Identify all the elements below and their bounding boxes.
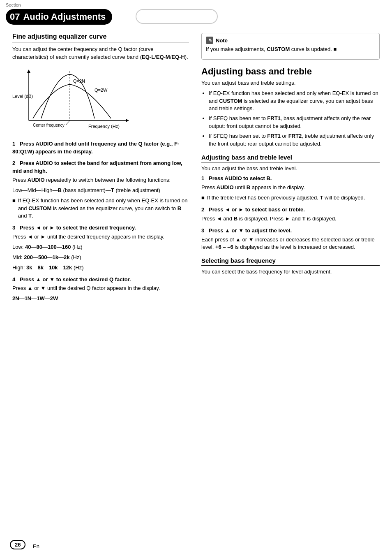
- svg-text:Level (dB): Level (dB): [12, 94, 33, 99]
- level-step-1-note-text: If the treble level has been previously …: [207, 194, 365, 202]
- step-2-body: Press AUDIO repeatedly to switch between…: [12, 176, 189, 184]
- step-3: 3 Press ◄ or ► to select the desired fre…: [12, 224, 189, 271]
- step-2-note-text: If EQ-EX function has been selected and …: [18, 197, 189, 220]
- level-step-1-note: ■ If the treble level has been previousl…: [201, 194, 380, 202]
- step-2: 2 Press AUDIO to select the band for adj…: [12, 160, 189, 220]
- step-4-title: 4 Press ▲ or ▼ to select the desired Q f…: [12, 276, 189, 284]
- step-3-mid: Mid: 200—500—1k—2k (Hz): [12, 254, 189, 262]
- step-4-values: 2N—1N—1W—2W: [12, 295, 189, 303]
- level-step-1-body: Press AUDIO until B appears in the displ…: [201, 184, 380, 192]
- fine-eq-section: Fine adjusting equalizer curve You can a…: [12, 33, 189, 303]
- bass-freq-heading: Selecting bass frequency: [201, 257, 380, 266]
- svg-text:Frequency (Hz): Frequency (Hz): [88, 124, 120, 129]
- note-body: If you make adjustments, CUSTOM curve is…: [206, 46, 375, 53]
- square-bullet-1: ■: [12, 197, 16, 220]
- level-step-3-title: 3 Press ▲ or ▼ to adjust the level.: [201, 227, 380, 235]
- step-3-body1: Press ◄ or ► until the desired frequency…: [12, 233, 189, 241]
- adj-bass-treble-section: Adjusting bass and treble You can adjust…: [201, 66, 380, 148]
- adj-bass-treble-heading: Adjusting bass and treble: [201, 66, 380, 77]
- bullet-item-3: If SFEQ has been set to FRT1 or FRT2, tr…: [209, 132, 380, 148]
- svg-text:Q=2N: Q=2N: [73, 79, 85, 83]
- section-title: Audio Adjustments: [23, 12, 106, 22]
- step-2-note: ■ If EQ-EX function has been selected an…: [12, 197, 189, 220]
- adj-bass-treble-list: If EQ-EX function has been selected and …: [201, 90, 380, 148]
- level-step-3-body: Each press of ▲ or ▼ increases or decrea…: [201, 236, 380, 252]
- step-4-body1: Press ▲ or ▼ until the desired Q factor …: [12, 285, 189, 292]
- square-bullet-2: ■: [201, 194, 205, 202]
- step-2-title: 2 Press AUDIO to select the band for adj…: [12, 160, 189, 175]
- left-column: Fine adjusting equalizer curve You can a…: [12, 33, 189, 307]
- step-1-title: 1 Press AUDIO and hold until frequency a…: [12, 140, 189, 156]
- page-number: 26: [10, 540, 25, 549]
- note-label: Note: [216, 37, 228, 44]
- step-4: 4 Press ▲ or ▼ to select the desired Q f…: [12, 276, 189, 303]
- svg-marker-2: [27, 70, 30, 73]
- step-3-low: Low: 40—80—100—160 (Hz): [12, 243, 189, 251]
- level-step-1: 1 Press AUDIO to select B. Press AUDIO u…: [201, 175, 380, 202]
- step-1: 1 Press AUDIO and hold until frequency a…: [12, 140, 189, 156]
- section-number: 07: [10, 12, 20, 22]
- step-3-high: High: 3k—8k—10k—12k (Hz): [12, 264, 189, 272]
- adj-level-heading: Adjusting bass and treble level: [201, 154, 380, 162]
- eq-graph: Level (dB) Frequency (Hz) Center frequen…: [12, 67, 136, 133]
- bass-freq-section: Selecting bass frequency You can select …: [201, 257, 380, 276]
- svg-marker-3: [126, 119, 129, 122]
- step-3-title: 3 Press ◄ or ► to select the desired fre…: [12, 224, 189, 232]
- svg-text:Q=2W: Q=2W: [95, 88, 108, 93]
- step-2-sequence: Low—Mid—High—B (bass adjustment)—T (treb…: [12, 187, 189, 195]
- fine-eq-heading: Fine adjusting equalizer curve: [12, 33, 189, 42]
- level-step-2: 2 Press ◄ or ► to select bass or treble.…: [201, 206, 380, 223]
- level-step-1-title: 1 Press AUDIO to select B.: [201, 175, 380, 183]
- page-lang: En: [33, 543, 39, 549]
- fine-eq-intro: You can adjust the center frequency and …: [12, 46, 189, 61]
- bass-freq-intro: You can select the bass frequency for le…: [201, 268, 380, 276]
- bullet-item-1: If EQ-EX function has been selected and …: [209, 90, 380, 113]
- section-box: 07 Audio Adjustments: [6, 9, 112, 25]
- note-header: ✎ Note: [206, 37, 375, 44]
- adj-bass-treble-intro: You can adjust bass and treble settings.: [201, 79, 380, 87]
- note-box: ✎ Note If you make adjustments, CUSTOM c…: [201, 33, 380, 60]
- header-circle: [136, 9, 218, 24]
- note-icon: ✎: [206, 37, 213, 44]
- level-step-3: 3 Press ▲ or ▼ to adjust the level. Each…: [201, 227, 380, 252]
- bullet-item-2: If SFEQ has been set to FRT1, bass adjus…: [209, 115, 380, 130]
- adj-level-intro: You can adjust the bass and treble level…: [201, 165, 380, 173]
- adj-level-section: Adjusting bass and treble level You can …: [201, 154, 380, 252]
- level-step-2-body: Press ◄ and B is displayed. Press ► and …: [201, 215, 380, 223]
- section-label: Section: [6, 2, 21, 7]
- right-column: ✎ Note If you make adjustments, CUSTOM c…: [201, 33, 380, 307]
- level-step-2-title: 2 Press ◄ or ► to select bass or treble.: [201, 206, 380, 214]
- svg-line-8: [66, 120, 70, 125]
- svg-text:Center frequency: Center frequency: [33, 123, 65, 127]
- eq-graph-svg: Level (dB) Frequency (Hz) Center frequen…: [12, 67, 136, 133]
